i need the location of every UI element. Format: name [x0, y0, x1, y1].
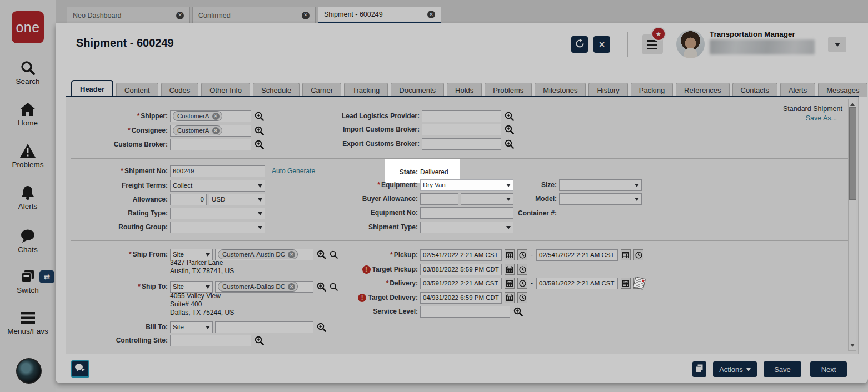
- equipment-row: *Equipment: Dry Van: [346, 179, 513, 191]
- state-label: State:: [346, 168, 418, 176]
- app-root: one Search Home Problems Alerts Chats Sw…: [0, 0, 868, 392]
- state-value: Delivered: [420, 168, 448, 176]
- state-row: State: Delivered: [346, 166, 448, 178]
- dim-overlay: [0, 0, 868, 392]
- equipment-label: *Equipment:: [346, 181, 418, 189]
- equipment-select[interactable]: Dry Van: [420, 179, 513, 191]
- chevron-down-icon: [505, 181, 512, 190]
